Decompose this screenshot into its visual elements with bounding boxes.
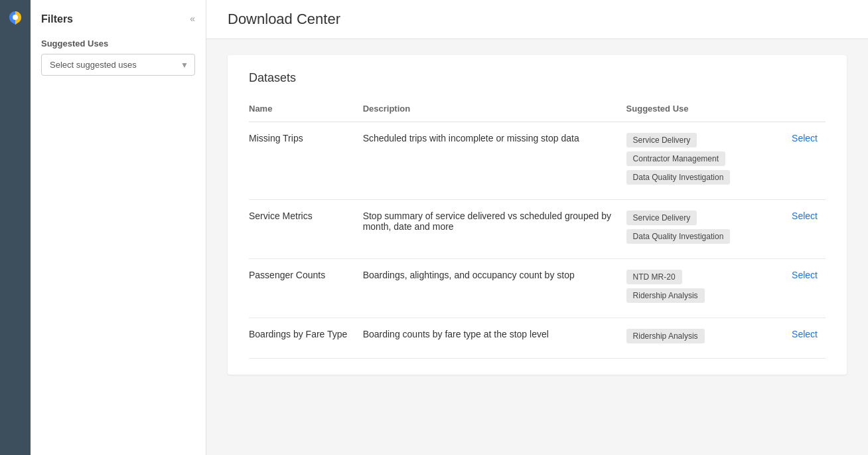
dataset-description: Stop summary of service delivered vs sch…: [363, 200, 626, 259]
suggested-uses-section: Suggested Uses Select suggested uses ▼: [41, 39, 195, 76]
sidebar-collapse-button[interactable]: «: [187, 11, 198, 27]
dataset-suggested-use: Ridership Analysis: [626, 318, 769, 359]
select-dataset-link[interactable]: Select: [792, 329, 818, 339]
suggested-uses-select[interactable]: Select suggested uses: [41, 54, 195, 76]
dataset-description: Boarding counts by fare type at the stop…: [363, 318, 626, 359]
datasets-heading: Datasets: [249, 71, 826, 85]
svg-point-1: [13, 15, 18, 20]
table-header-row: Name Description Suggested Use: [249, 98, 826, 122]
suggested-uses-dropdown-wrapper: Select suggested uses ▼: [41, 54, 195, 76]
sidebar: Filters « Suggested Uses Select suggeste…: [31, 0, 206, 455]
dataset-action-cell: Select: [768, 122, 826, 200]
sidebar-title: Filters: [41, 13, 195, 25]
table-row: Passenger CountsBoardings, alightings, a…: [249, 259, 826, 318]
dataset-action-cell: Select: [768, 259, 826, 318]
main-content: Download Center Datasets Name Descriptio…: [206, 0, 868, 455]
suggested-uses-label: Suggested Uses: [41, 39, 195, 48]
dataset-description: Boardings, alightings, and occupancy cou…: [363, 259, 626, 318]
content-area: Datasets Name Description Suggested Use …: [206, 39, 868, 455]
dataset-name: Passenger Counts: [249, 259, 363, 318]
col-header-name: Name: [249, 98, 363, 122]
dataset-suggested-use: Service DeliveryData Quality Investigati…: [626, 200, 769, 259]
datasets-card: Datasets Name Description Suggested Use …: [228, 55, 847, 375]
select-dataset-link[interactable]: Select: [792, 270, 818, 280]
suggested-use-tag: Service Delivery: [626, 211, 697, 225]
suggested-use-tag: Service Delivery: [626, 133, 697, 147]
col-header-suggested-use: Suggested Use: [626, 98, 769, 122]
dataset-action-cell: Select: [768, 318, 826, 359]
select-dataset-link[interactable]: Select: [792, 211, 818, 221]
table-row: Missing TripsScheduled trips with incomp…: [249, 122, 826, 200]
select-dataset-link[interactable]: Select: [792, 133, 818, 143]
nav-bar: [0, 0, 31, 455]
suggested-use-tag: Data Quality Investigation: [626, 229, 731, 244]
page-title: Download Center: [228, 11, 847, 28]
col-header-description: Description: [363, 98, 626, 122]
top-bar: Download Center: [206, 0, 868, 39]
dataset-name: Boardings by Fare Type: [249, 318, 363, 359]
app-logo: [5, 8, 25, 28]
suggested-use-tag: Contractor Management: [626, 151, 725, 166]
suggested-use-tag: NTD MR-20: [626, 270, 682, 284]
dataset-suggested-use: NTD MR-20Ridership Analysis: [626, 259, 769, 318]
dataset-suggested-use: Service DeliveryContractor ManagementDat…: [626, 122, 769, 200]
datasets-table: Name Description Suggested Use Missing T…: [249, 98, 826, 359]
col-header-action: [768, 98, 826, 122]
dataset-description: Scheduled trips with incomplete or missi…: [363, 122, 626, 200]
dataset-name: Service Metrics: [249, 200, 363, 259]
table-row: Boardings by Fare TypeBoarding counts by…: [249, 318, 826, 359]
suggested-use-tag: Ridership Analysis: [626, 288, 705, 303]
dataset-name: Missing Trips: [249, 122, 363, 200]
dataset-action-cell: Select: [768, 200, 826, 259]
suggested-use-tag: Ridership Analysis: [626, 329, 705, 343]
suggested-use-tag: Data Quality Investigation: [626, 170, 731, 185]
table-row: Service MetricsStop summary of service d…: [249, 200, 826, 259]
